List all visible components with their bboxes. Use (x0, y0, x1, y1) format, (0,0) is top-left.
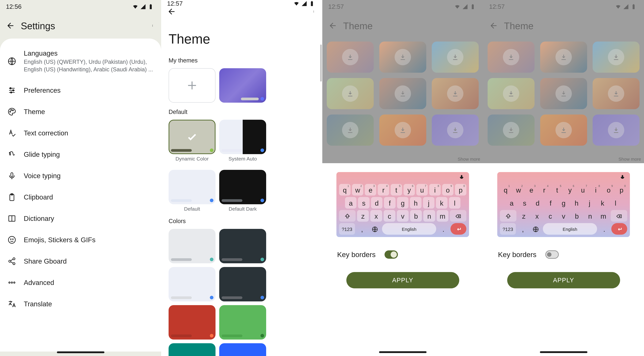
key-n[interactable]: n (423, 210, 435, 222)
key-a[interactable]: a (345, 197, 356, 208)
settings-item-voice-typing[interactable]: Voice typing (0, 165, 161, 186)
back-button[interactable] (6, 21, 15, 31)
key-k[interactable]: k (597, 197, 608, 208)
language-key[interactable] (369, 223, 380, 235)
key-z[interactable]: z (518, 210, 530, 222)
spacebar[interactable]: English (543, 223, 597, 235)
settings-item-share-gboard[interactable]: Share Gboard (0, 251, 161, 272)
settings-item-text-correction[interactable]: Text correction (0, 122, 161, 144)
enter-key[interactable] (611, 223, 627, 235)
key-k[interactable]: k (436, 197, 447, 208)
settings-item-emojis-stickers-gifs[interactable]: Emojis, Stickers & GIFs (0, 229, 161, 251)
key-u[interactable]: u7 (416, 184, 428, 195)
key-c[interactable]: c (384, 210, 395, 222)
key-s[interactable]: s (358, 197, 370, 208)
key-n[interactable]: n (584, 210, 596, 222)
color-thumb-3[interactable] (219, 267, 266, 301)
key-j[interactable]: j (584, 197, 595, 208)
apply-button[interactable]: APPLY (346, 272, 459, 288)
color-thumb-2[interactable] (168, 267, 216, 301)
key-m[interactable]: m (437, 210, 448, 222)
settings-item-preferences[interactable]: Preferences (0, 80, 161, 101)
comma-key[interactable]: , (517, 223, 528, 235)
key-z[interactable]: z (357, 210, 369, 222)
my-theme-thumb[interactable] (219, 68, 266, 103)
settings-item-theme[interactable]: Theme (0, 101, 161, 122)
key-d[interactable]: d (532, 197, 543, 208)
key-g[interactable]: g (558, 197, 569, 208)
color-thumb-7[interactable] (219, 343, 266, 356)
theme-thumb-default[interactable] (168, 170, 216, 204)
shift-key[interactable] (500, 210, 516, 222)
key-o[interactable]: o9 (603, 184, 614, 195)
key-f[interactable]: f (384, 197, 395, 208)
symbols-key[interactable]: ?123 (500, 223, 516, 235)
key-t[interactable]: t5 (390, 184, 402, 195)
key-w[interactable]: w2 (352, 184, 364, 195)
key-j[interactable]: j (423, 197, 434, 208)
key-borders-switch[interactable] (546, 250, 559, 259)
settings-item-clipboard[interactable]: Clipboard (0, 186, 161, 208)
key-b[interactable]: b (410, 210, 422, 222)
key-l[interactable]: l (449, 197, 460, 208)
color-thumb-0[interactable] (168, 229, 216, 263)
key-q[interactable]: q1 (500, 184, 511, 195)
key-m[interactable]: m (598, 210, 609, 222)
backspace-key[interactable] (450, 210, 466, 222)
key-r[interactable]: r4 (538, 184, 550, 195)
color-thumb-5[interactable] (219, 305, 266, 340)
theme-thumb-default-dark[interactable] (219, 170, 266, 204)
key-v[interactable]: v (558, 210, 570, 222)
settings-item-advanced[interactable]: Advanced (0, 272, 161, 293)
symbols-key[interactable]: ?123 (339, 223, 355, 235)
key-e[interactable]: e3 (526, 184, 537, 195)
settings-item-languages[interactable]: LanguagesEnglish (US) (QWERTY), Urdu (Pa… (0, 43, 161, 80)
key-o[interactable]: o9 (442, 184, 454, 195)
spacebar[interactable]: English (382, 223, 436, 235)
settings-item-translate[interactable]: Translate (0, 293, 161, 315)
color-thumb-6[interactable] (168, 343, 216, 356)
overflow-menu-button[interactable] (312, 7, 315, 17)
key-c[interactable]: c (544, 210, 556, 222)
key-i[interactable]: i8 (429, 184, 441, 195)
theme-thumb-system-auto[interactable] (219, 120, 266, 154)
period-key[interactable]: . (598, 223, 610, 235)
key-u[interactable]: u7 (577, 184, 588, 195)
apply-button[interactable]: APPLY (507, 272, 620, 288)
key-v[interactable]: v (397, 210, 408, 222)
key-q[interactable]: q1 (339, 184, 350, 195)
key-h[interactable]: h (571, 197, 582, 208)
mic-icon[interactable] (620, 174, 626, 180)
key-i[interactable]: i8 (590, 184, 602, 195)
add-theme-button[interactable] (168, 68, 216, 103)
overflow-menu-button[interactable] (151, 21, 154, 31)
key-y[interactable]: y6 (564, 184, 576, 195)
language-key[interactable] (530, 223, 541, 235)
key-d[interactable]: d (371, 197, 382, 208)
settings-item-dictionary[interactable]: Dictionary (0, 208, 161, 229)
key-x[interactable]: x (370, 210, 382, 222)
comma-key[interactable]: , (356, 223, 368, 235)
theme-thumb-dynamic-color[interactable] (168, 120, 216, 154)
shift-key[interactable] (339, 210, 356, 222)
key-b[interactable]: b (571, 210, 583, 222)
key-f[interactable]: f (545, 197, 556, 208)
color-thumb-4[interactable] (168, 305, 216, 340)
key-y[interactable]: y6 (404, 184, 415, 195)
key-a[interactable]: a (506, 197, 517, 208)
settings-item-glide-typing[interactable]: Glide typing (0, 144, 161, 165)
mic-icon[interactable] (459, 174, 464, 180)
enter-key[interactable] (450, 223, 466, 235)
key-h[interactable]: h (410, 197, 421, 208)
key-r[interactable]: r4 (378, 184, 389, 195)
scrollbar-thumb[interactable] (320, 44, 322, 82)
backspace-key[interactable] (611, 210, 627, 222)
key-p[interactable]: p0 (616, 184, 627, 195)
color-thumb-1[interactable] (219, 229, 266, 263)
key-e[interactable]: e3 (365, 184, 376, 195)
key-t[interactable]: t5 (552, 184, 563, 195)
key-s[interactable]: s (519, 197, 530, 208)
period-key[interactable]: . (438, 223, 449, 235)
key-borders-switch[interactable] (384, 250, 398, 259)
key-l[interactable]: l (610, 197, 621, 208)
